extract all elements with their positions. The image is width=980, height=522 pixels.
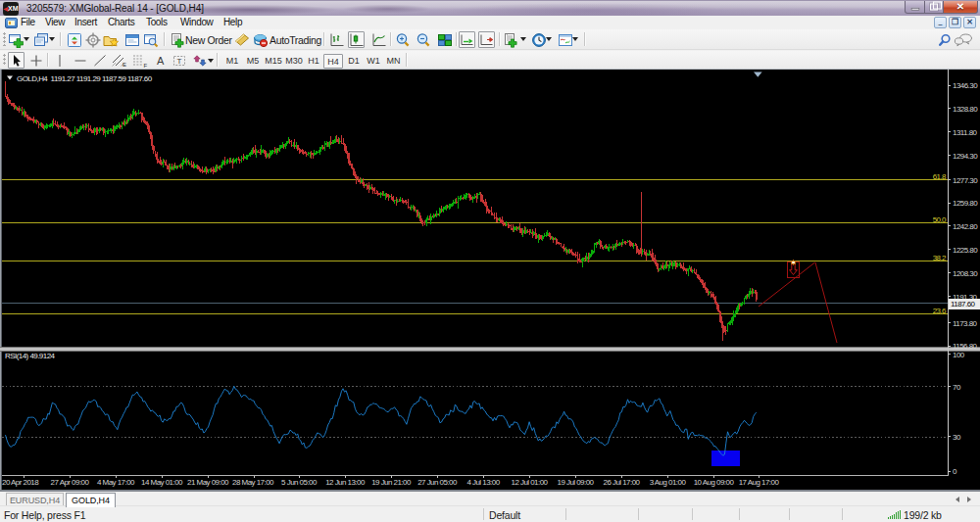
svg-text:30: 30	[953, 433, 961, 442]
svg-text:23.6: 23.6	[933, 307, 947, 315]
svg-text:1208.30: 1208.30	[953, 269, 978, 278]
svg-text:26 Jul 17:00: 26 Jul 17:00	[604, 478, 641, 487]
svg-text:A: A	[157, 55, 165, 67]
svg-text:1225.80: 1225.80	[953, 246, 978, 255]
svg-text:1277.30: 1277.30	[953, 176, 978, 185]
svg-text:F: F	[143, 62, 147, 68]
svg-text:GOLD,H4 1191.27 1191.29 1187.: GOLD,H4 1191.27 1191.29 1187.59 1187.60	[17, 74, 153, 83]
svg-text:T: T	[176, 57, 181, 66]
svg-text:28 May 17:00: 28 May 17:00	[232, 478, 274, 487]
svg-text:27 Jun 05:00: 27 Jun 05:00	[417, 478, 458, 487]
svg-text:27 Apr 09:00: 27 Apr 09:00	[51, 478, 90, 487]
svg-text:12 Jun 13:00: 12 Jun 13:00	[325, 478, 366, 487]
svg-text:3 Aug 01:00: 3 Aug 01:00	[650, 478, 687, 487]
svg-text:5 Jun 05:00: 5 Jun 05:00	[281, 478, 318, 487]
svg-text:E: E	[122, 62, 126, 68]
svg-text:1328.80: 1328.80	[953, 105, 978, 114]
svg-text:70: 70	[953, 383, 961, 392]
svg-text:12 Jul 01:00: 12 Jul 01:00	[512, 478, 549, 487]
svg-text:1173.80: 1173.80	[953, 319, 978, 328]
svg-text:1311.80: 1311.80	[953, 128, 978, 137]
svg-text:38.2: 38.2	[933, 254, 947, 262]
svg-text:14 May 01:00: 14 May 01:00	[141, 478, 183, 487]
svg-text:4 Jul 13:00: 4 Jul 13:00	[466, 478, 500, 487]
svg-text:61.8: 61.8	[933, 172, 947, 181]
svg-text:20 Apr 2018: 20 Apr 2018	[2, 478, 39, 487]
svg-text:1294.30: 1294.30	[953, 152, 978, 161]
svg-text:100: 100	[953, 351, 965, 359]
svg-text:19 Jun 21:00: 19 Jun 21:00	[371, 478, 412, 487]
svg-text:10 Aug 09:00: 10 Aug 09:00	[694, 478, 735, 487]
svg-text:4 May 17:00: 4 May 17:00	[97, 478, 135, 487]
svg-text:50.0: 50.0	[933, 215, 947, 224]
svg-text:1259.80: 1259.80	[953, 199, 978, 208]
svg-text:21 May 09:00: 21 May 09:00	[187, 478, 229, 487]
svg-text:19 Jul 09:00: 19 Jul 09:00	[558, 478, 595, 487]
svg-text:1187.60: 1187.60	[951, 300, 976, 308]
svg-text:RSI(14) 49.9124: RSI(14) 49.9124	[5, 352, 56, 360]
svg-text:17 Aug 17:00: 17 Aug 17:00	[739, 478, 780, 487]
svg-text:1346.30: 1346.30	[953, 81, 978, 90]
svg-text:1242.80: 1242.80	[953, 222, 978, 231]
